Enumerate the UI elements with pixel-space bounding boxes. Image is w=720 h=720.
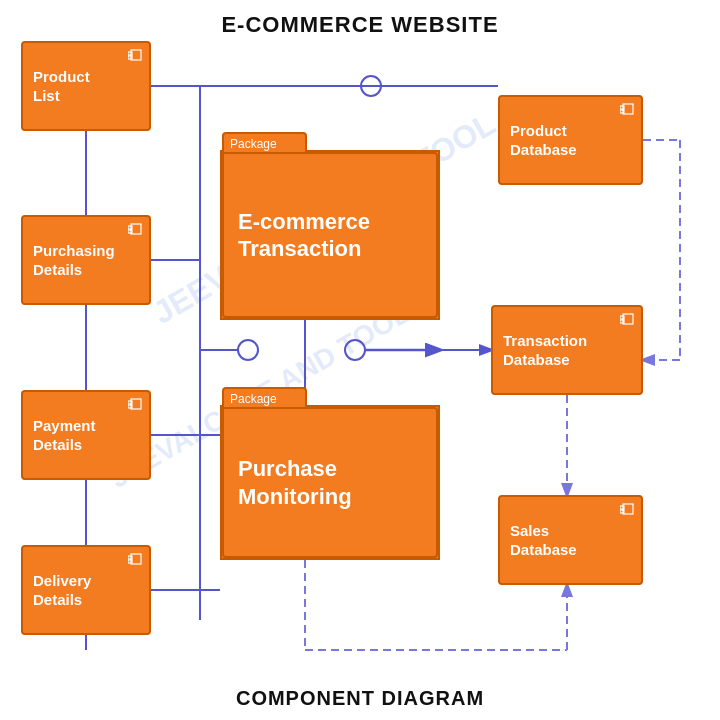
delivery-details-label: DeliveryDetails (33, 571, 91, 610)
purchasing-details-box: PurchasingDetails (21, 215, 151, 305)
sales-database-box: SalesDatabase (498, 495, 643, 585)
transaction-database-box: TransactionDatabase (491, 305, 643, 395)
payment-details-box: PaymentDetails (21, 390, 151, 480)
diagram-container: JEEVALCODE AND TOOL JEEVALCODE AND TOOL … (0, 0, 720, 720)
svg-rect-44 (620, 510, 624, 513)
product-list-box: ProductList (21, 41, 151, 131)
product-database-uml-icon (620, 101, 636, 120)
svg-rect-38 (620, 110, 624, 113)
ecommerce-transaction-label: E-commerceTransaction (238, 208, 370, 263)
product-list-uml-icon (128, 47, 144, 66)
purchase-monitoring-tab-label: Package (230, 392, 277, 406)
purchase-monitoring-body: PurchaseMonitoring (222, 407, 438, 558)
svg-rect-41 (620, 320, 624, 323)
transaction-database-uml-icon (620, 311, 636, 330)
ecommerce-transaction-package: Package E-commerceTransaction (220, 150, 440, 320)
svg-rect-43 (620, 506, 624, 509)
payment-details-uml-icon (128, 396, 144, 415)
title-bottom: COMPONENT DIAGRAM (0, 687, 720, 710)
product-database-box: ProductDatabase (498, 95, 643, 185)
purchase-monitoring-package: Package PurchaseMonitoring (220, 405, 440, 560)
svg-point-11 (345, 340, 365, 360)
purchasing-details-uml-icon (128, 221, 144, 240)
delivery-details-box: DeliveryDetails (21, 545, 151, 635)
payment-details-label: PaymentDetails (33, 416, 96, 455)
delivery-details-uml-icon (128, 551, 144, 570)
svg-point-8 (361, 76, 381, 96)
sales-database-label: SalesDatabase (510, 521, 577, 560)
title-top: E-COMMERCE WEBSITE (0, 12, 720, 38)
ecommerce-transaction-tab: Package (222, 132, 307, 154)
product-database-label: ProductDatabase (510, 121, 577, 160)
svg-rect-37 (620, 106, 624, 109)
svg-point-9 (238, 340, 258, 360)
purchase-monitoring-tab: Package (222, 387, 307, 409)
ecommerce-transaction-tab-label: Package (230, 137, 277, 151)
purchase-monitoring-label: PurchaseMonitoring (238, 455, 352, 510)
sales-database-uml-icon (620, 501, 636, 520)
product-list-label: ProductList (33, 67, 90, 106)
svg-rect-40 (620, 316, 624, 319)
transaction-database-label: TransactionDatabase (503, 331, 587, 370)
purchasing-details-label: PurchasingDetails (33, 241, 115, 280)
ecommerce-transaction-body: E-commerceTransaction (222, 152, 438, 318)
